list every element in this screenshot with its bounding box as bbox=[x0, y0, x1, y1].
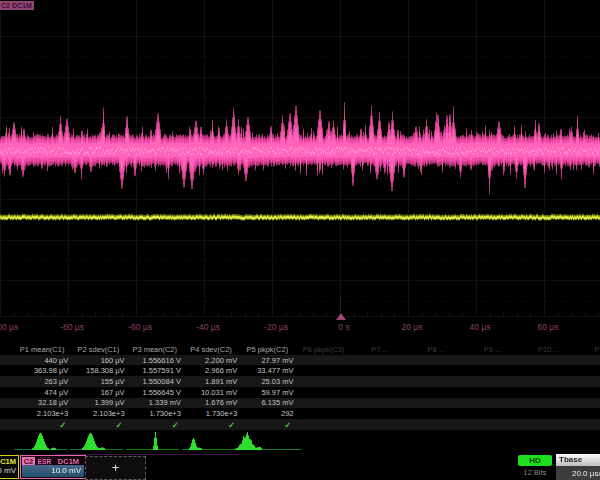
c1-scale-value: 50.0 mV bbox=[0, 465, 16, 476]
channel-c2-descriptor[interactable]: C2 ESR DC1M 10.0 mV bbox=[20, 455, 86, 479]
measure-value: 160 µV bbox=[70, 356, 126, 367]
measure-value: 1.891 mV bbox=[183, 377, 239, 388]
measure-value: 2.200 mV bbox=[183, 356, 239, 367]
measure-value: 292 bbox=[239, 409, 295, 420]
measure-header[interactable]: P2 sdev(C1) bbox=[70, 345, 126, 356]
channel-c1-descriptor[interactable]: DC1M 50.0 mV bbox=[0, 455, 19, 479]
measure-value: 1.730e+3 bbox=[127, 409, 183, 420]
measure-value: 1.339 mV bbox=[127, 398, 183, 409]
measure-value: 1.557591 V bbox=[127, 366, 183, 377]
time-axis-label: -20 µs bbox=[264, 322, 288, 332]
measure-value: 1.556645 V bbox=[127, 388, 183, 399]
measure-value: 474 µV bbox=[14, 388, 70, 399]
time-axis-label: 60 µs bbox=[538, 322, 559, 332]
measure-value: 1.556616 V bbox=[127, 356, 183, 367]
timebase-title: Tbase bbox=[556, 454, 600, 466]
measure-header[interactable]: P4 sdev(C2) bbox=[183, 345, 239, 356]
measure-value: 1.550084 V bbox=[127, 377, 183, 388]
measure-value: 155 µV bbox=[70, 377, 126, 388]
time-axis-label: -80 µs bbox=[60, 322, 84, 332]
measure-value: 167 µV bbox=[70, 388, 126, 399]
measure-status-check: ✓ bbox=[70, 421, 126, 430]
measure-value: 1.676 mV bbox=[183, 398, 239, 409]
measure-header-unused[interactable]: P11 ... bbox=[577, 345, 600, 356]
time-axis-label: -40 µs bbox=[196, 322, 220, 332]
measure-value: 25.03 mV bbox=[239, 377, 295, 388]
measure-value: 263 µV bbox=[14, 377, 70, 388]
plus-icon: + bbox=[112, 460, 120, 475]
trace-annotation: C2 DC1M bbox=[0, 1, 34, 10]
measure-header-unused[interactable]: P6 pkpk(C3) bbox=[296, 345, 352, 356]
measure-status-check: ✓ bbox=[183, 421, 239, 430]
measure-value: 1.399 µV bbox=[70, 398, 126, 409]
time-axis-label: -100 µs bbox=[0, 322, 18, 332]
measure-value: 33.477 mV bbox=[239, 366, 295, 377]
timebase-descriptor[interactable]: Tbase 20.0 µs/div bbox=[556, 454, 600, 480]
measure-value: 2.103e+3 bbox=[14, 409, 70, 420]
time-axis-label: 20 µs bbox=[402, 322, 423, 332]
measure-value: 6.135 mV bbox=[239, 398, 295, 409]
add-trace-button[interactable]: + bbox=[85, 456, 146, 480]
measure-value: 440 µV bbox=[14, 356, 70, 367]
measure-status-check: ✓ bbox=[239, 421, 295, 430]
measure-status-check: ✓ bbox=[14, 421, 70, 430]
timebase-value: 20.0 µs/div bbox=[572, 469, 600, 478]
hd-bits-label: 12 Bits bbox=[512, 468, 558, 477]
histicon-strip[interactable] bbox=[0, 431, 600, 455]
measure-value: 32.18 µV bbox=[14, 398, 70, 409]
measure-header[interactable]: P5 pkpk(C2) bbox=[239, 345, 295, 356]
measure-value: 2.103e+3 bbox=[70, 409, 126, 420]
c2-scale-value: 10.0 mV bbox=[22, 465, 84, 477]
measure-header[interactable]: P1 mean(C1) bbox=[14, 345, 70, 356]
time-axis-label: 0 s bbox=[338, 322, 349, 332]
measure-value: 1.730e+3 bbox=[183, 409, 239, 420]
measure-header[interactable]: P3 mean(C2) bbox=[127, 345, 183, 356]
measure-status-check: ✓ bbox=[127, 421, 183, 430]
measure-value: 363.98 µV bbox=[14, 366, 70, 377]
time-axis-label: -60 µs bbox=[128, 322, 152, 332]
measure-value: 27.97 mV bbox=[239, 356, 295, 367]
measure-value: 158.308 µV bbox=[70, 366, 126, 377]
measure-header-unused[interactable]: P10 ... bbox=[521, 345, 577, 356]
waveform-display[interactable] bbox=[0, 0, 600, 320]
measure-value: 10.031 mV bbox=[183, 388, 239, 399]
measure-value: 2.966 mV bbox=[183, 366, 239, 377]
oscilloscope-screen: C2 DC1M -100 µs-80 µs-60 µs-40 µs-20 µs0… bbox=[0, 0, 600, 480]
measure-header-unused[interactable]: P7 ... bbox=[352, 345, 408, 356]
measure-header-unused[interactable]: P9 ... bbox=[464, 345, 520, 356]
time-axis-label: 40 µs bbox=[470, 322, 491, 332]
hd-mode-badge: HD bbox=[518, 455, 552, 466]
measure-value: 59.97 mV bbox=[239, 388, 295, 399]
measure-header-unused[interactable]: P8 ... bbox=[408, 345, 464, 356]
